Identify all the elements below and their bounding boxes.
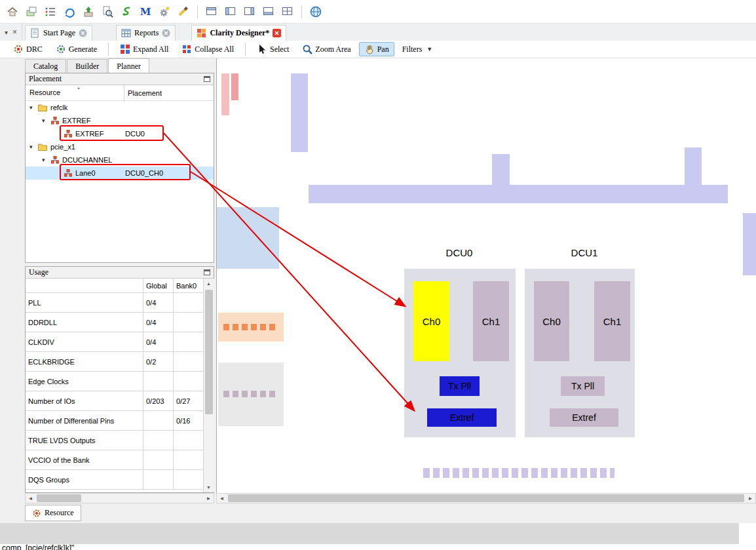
tab-start-page[interactable]: Start Page [25,25,92,41]
pan-button[interactable]: Pan [359,42,394,56]
highlighter-icon[interactable] [175,3,192,20]
expander-down-icon[interactable]: ▾ [42,114,45,127]
dcu0-extref-block[interactable]: Extref [427,408,497,427]
web-globe-icon[interactable] [307,3,324,20]
tree-row-refclk[interactable]: ▾ refclk [26,101,214,114]
scrollbar-thumb[interactable] [228,494,744,502]
close-icon[interactable]: × [12,28,17,37]
routing-region [492,154,510,186]
folder-icon [38,143,47,151]
block-label: Ch0 [542,316,561,327]
tab-clarity-designer[interactable]: Clarity Designer* [191,25,286,41]
tab-planner[interactable]: Planner [108,58,149,73]
usage-cell-global [143,450,174,470]
column-resource[interactable]: Resource [29,88,60,96]
usage-vscrollbar[interactable]: ▲ ▼ [203,279,214,492]
home-icon[interactable] [4,3,21,20]
chevron-down-icon[interactable]: ▾ [5,29,8,36]
close-tab-icon[interactable] [273,29,281,37]
placement-panel-header: Placement [26,73,214,85]
dcu0-block[interactable]: Ch0 Ch1 Tx Pll Extref [404,269,516,437]
tab-label: Start Page [43,28,75,38]
window-bottom-pane-icon[interactable] [260,3,277,20]
window-split-icon[interactable] [279,3,296,20]
dcu1-extref-block[interactable]: Extref [550,408,618,427]
tab-catalog[interactable]: Catalog [25,59,66,74]
select-button[interactable]: Select [252,42,294,56]
close-tab-icon[interactable] [162,29,170,37]
dcu1-txpll-block[interactable]: Tx Pll [561,376,605,396]
usage-row-name: PLL [26,293,143,313]
scroll-right-icon[interactable]: ► [746,494,755,503]
scrollbar-thumb[interactable] [37,494,81,502]
float-panel-icon[interactable] [204,76,210,82]
status-bar [0,523,739,544]
floorplan-canvas[interactable]: DCU0 DCU1 Ch0 Ch1 Tx Pll Extref Ch0 Ch1 … [216,58,756,493]
float-panel-icon[interactable] [204,269,210,275]
routing-region [291,73,308,152]
tab-reports[interactable]: Reports [116,25,176,41]
clarity-toolbar: DRC Generate Expand All Collapse All Sel… [0,41,756,58]
start-page-icon [30,28,40,38]
find-in-files-icon[interactable] [99,3,116,20]
tab-builder[interactable]: Builder [67,59,107,74]
scroll-right-icon[interactable]: ► [204,494,214,503]
usage-cell-global: 0/4 [143,332,174,352]
filters-button[interactable]: Filters ▼ [397,43,438,56]
pll-region [217,207,279,269]
dcu1-ch0-block[interactable]: Ch0 [534,281,569,361]
tree-row-extref-leaf[interactable]: EXTREF DCU0 [26,127,214,140]
column-placement[interactable]: Placement [124,85,162,101]
expander-down-icon[interactable]: ▾ [29,140,33,153]
undo-icon[interactable] [118,3,135,20]
dcu0-txpll-block[interactable]: Tx Pll [440,376,480,396]
usage-header-global[interactable]: Global [143,279,174,293]
dcu1-ch1-block[interactable]: Ch1 [594,281,630,361]
canvas-hscrollbar[interactable]: ◄ ► [216,493,756,503]
drc-button[interactable]: DRC [8,42,48,56]
tree-row-pcie-x1[interactable]: ▾ pcie_x1 [26,140,214,153]
placement-panel: Placement Resource ▲ Placement ▾ refclk … [25,73,214,263]
expand-all-button[interactable]: Expand All [115,42,174,56]
usage-header-name [26,279,143,293]
module-icon [51,117,59,125]
tree-row-dcuchannel[interactable]: ▾ DCUCHANNEL [26,153,214,167]
archive-upload-icon[interactable] [80,3,97,20]
left-panel-hscrollbar[interactable]: ◄ ► [25,493,214,503]
message-list-icon[interactable] [42,3,59,20]
close-tab-icon[interactable] [79,29,87,37]
resource-tab[interactable]: Resource [25,505,81,521]
expander-down-icon[interactable]: ▾ [29,101,33,114]
scroll-down-icon[interactable]: ▼ [204,482,214,492]
window-left-pane-icon[interactable] [222,3,239,20]
scroll-up-icon[interactable]: ▲ [204,279,214,288]
usage-row-name: ECLKBRIDGE [26,352,143,372]
expander-down-icon[interactable]: ▾ [42,153,45,167]
scrollbar-thumb[interactable] [205,290,213,414]
scroll-left-icon[interactable]: ◄ [217,494,227,503]
block-label: Ch1 [482,316,501,327]
project-explorer-icon[interactable] [23,3,40,20]
tree-row-lane0[interactable]: Lane0 DCU0_CH0 [26,167,214,180]
settings-gear-icon[interactable] [156,3,173,20]
scroll-left-icon[interactable]: ◄ [26,494,35,503]
usage-cell-global: 0/4 [143,313,174,332]
side-panel-tabs: Catalog Builder Planner [25,59,150,74]
dcu0-ch0-block[interactable]: Ch0 [413,281,449,361]
window-right-pane-icon[interactable] [241,3,258,20]
mail-icon[interactable]: M [137,3,154,20]
tree-row-extref-group[interactable]: ▾ EXTREF [26,114,214,127]
tree-label: pcie_x1 [50,140,75,153]
status-partial-text: comp_[pcie/refclk]k]" [2,543,74,550]
sync-icon[interactable] [61,3,78,20]
usage-header-bank0[interactable]: Bank0 [174,279,204,293]
collapse-all-button[interactable]: Collapse All [176,42,239,56]
dcu0-ch1-block[interactable]: Ch1 [473,281,509,361]
panel-title: Placement [29,74,62,84]
dcu1-block[interactable]: Ch0 Ch1 Tx Pll Extref [525,269,635,437]
zoom-area-button[interactable]: Zoom Area [297,42,356,56]
placement-tree: ▾ refclk ▾ EXTREF EXTREF DCU0 ▾ pcie_x1 … [26,101,214,180]
svg-text:M: M [140,6,151,18]
window-top-pane-icon[interactable] [203,3,220,20]
generate-button[interactable]: Generate [50,42,102,56]
